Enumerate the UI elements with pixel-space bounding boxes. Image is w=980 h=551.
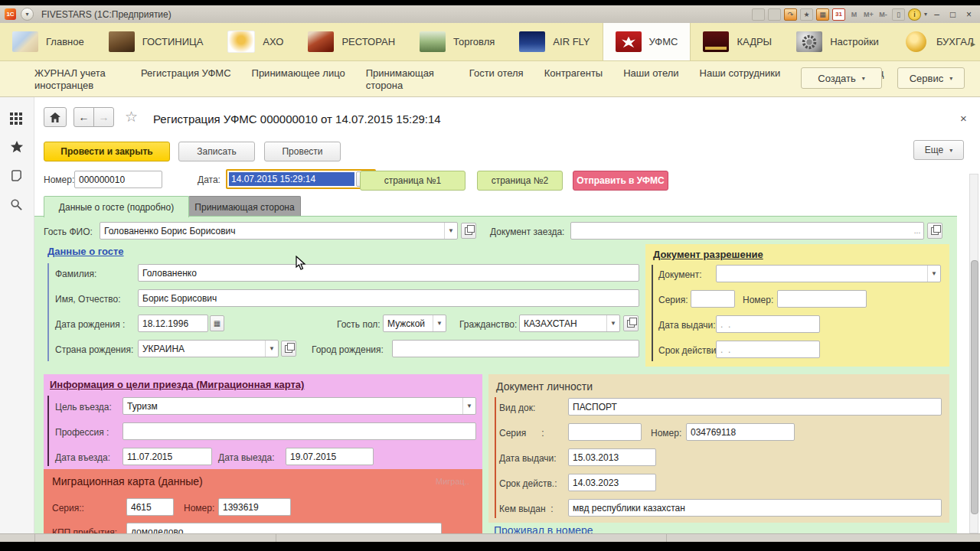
permit-doc-field[interactable]: ▼ <box>716 265 941 282</box>
identity-number-field[interactable] <box>686 423 795 441</box>
entry-date-field[interactable] <box>122 448 212 465</box>
info-dropdown-arrow[interactable]: ▾ <box>924 11 927 18</box>
back-button[interactable]: ← <box>74 107 94 127</box>
migration-card-link[interactable]: Миграц.. <box>436 477 469 486</box>
system-menu-button[interactable]: ▾ <box>21 8 34 21</box>
minimize-button[interactable]: – <box>930 9 943 20</box>
gender-field[interactable]: ▼ <box>383 315 446 332</box>
search-icon[interactable] <box>10 198 23 214</box>
vertical-scrollbar[interactable] <box>969 174 978 533</box>
send-to-ufms-button[interactable]: Отправить в УФМС <box>573 171 668 191</box>
tab-nastroyki[interactable]: Настройки <box>784 23 891 60</box>
guest-fio-dropdown-arrow[interactable]: ▼ <box>444 223 457 239</box>
doc-type-field[interactable] <box>568 398 942 416</box>
memory-m-button[interactable]: M <box>848 9 860 20</box>
identity-series-field[interactable] <box>568 423 642 441</box>
permit-valid-field[interactable] <box>716 341 820 358</box>
birth-date-field[interactable] <box>138 315 208 332</box>
kpp-field[interactable] <box>126 523 442 533</box>
post-button[interactable]: Провести <box>264 142 341 161</box>
arrival-doc-field[interactable]: ... <box>570 222 924 240</box>
birth-date-calendar-icon[interactable]: ▦ <box>210 315 224 331</box>
apps-grid-icon[interactable] <box>10 112 22 128</box>
birth-country-open-icon[interactable] <box>281 341 296 357</box>
tab-restoran[interactable]: РЕСТОРАН <box>296 23 407 60</box>
page1-button[interactable]: страница №1 <box>360 171 466 191</box>
birth-country-dropdown-arrow[interactable]: ▼ <box>265 341 278 357</box>
surname-field[interactable] <box>138 264 639 282</box>
memory-mminus-button[interactable]: M- <box>877 9 889 20</box>
number-field[interactable] <box>74 171 162 188</box>
tab-ufms[interactable]: УФМС <box>603 23 691 60</box>
tab-axo[interactable]: АХО <box>215 23 296 60</box>
create-button[interactable]: Создать▾ <box>801 67 882 89</box>
guest-fio-field[interactable]: ▼ <box>100 222 458 240</box>
form-more-button[interactable]: Еще▾ <box>913 140 964 160</box>
submenu-item-receiving-party[interactable]: Принимающая сторона <box>366 67 449 96</box>
purpose-dropdown-arrow[interactable]: ▼ <box>462 398 475 414</box>
submenu-item-registration[interactable]: Регистрация УФМС <box>141 67 231 96</box>
identity-valid-field[interactable] <box>568 474 656 491</box>
identity-issue-field[interactable] <box>568 448 656 466</box>
permit-doc-dropdown-arrow[interactable]: ▼ <box>927 266 940 282</box>
tab-guest-details[interactable]: Данные о госте (подробно) <box>44 196 189 217</box>
submenu-item-our-staff[interactable]: Наши сотрудники <box>700 67 781 96</box>
exit-date-field[interactable] <box>286 448 374 465</box>
submenu-item-our-hotels[interactable]: Наши отели <box>623 67 678 96</box>
home-button[interactable] <box>44 107 67 127</box>
tab-receiving-party[interactable]: Принимающая сторона <box>188 196 301 217</box>
tab-torgovlya[interactable]: Торговля <box>407 23 507 60</box>
tab-kadry[interactable]: КАДРЫ <box>691 23 784 60</box>
migcard-series-field[interactable] <box>126 498 174 516</box>
calendar-icon[interactable]: ▦ <box>816 8 829 21</box>
room-link[interactable]: Проживал в номере <box>494 524 593 533</box>
bookmark-icon[interactable]: ★ <box>800 8 813 21</box>
purpose-field[interactable]: ▼ <box>122 397 476 415</box>
date-field[interactable]: 14.07.2015 15:29:14 ▦ <box>226 169 376 189</box>
tab-buhgalteria[interactable]: БУХГАЛ <box>891 23 980 60</box>
maximize-button[interactable]: □ <box>946 9 959 20</box>
form-close-icon[interactable]: × <box>960 112 967 125</box>
citizenship-dropdown-arrow[interactable]: ▼ <box>606 315 619 331</box>
permit-series-field[interactable] <box>691 290 735 308</box>
preview-icon[interactable] <box>768 8 781 21</box>
favorites-star-icon[interactable] <box>10 140 24 157</box>
issuer-field[interactable] <box>568 499 942 517</box>
forward-button[interactable]: → <box>93 107 114 127</box>
guest-section-heading[interactable]: Данные о госте <box>47 246 124 257</box>
arrival-doc-open-icon[interactable] <box>927 223 942 239</box>
profession-field[interactable] <box>122 422 476 440</box>
purpose-section-heading[interactable]: Информация о цели приезда (Миграционная … <box>50 379 304 390</box>
submenu-item-receiving-person[interactable]: Принимающее лицо <box>252 67 345 96</box>
page2-button[interactable]: страница №2 <box>477 171 563 191</box>
submenu-item-contractors[interactable]: Контрагенты <box>544 67 603 96</box>
close-button[interactable]: × <box>962 9 975 20</box>
print-icon[interactable] <box>752 8 765 21</box>
calculator-icon[interactable]: 31 <box>832 8 845 21</box>
guest-fio-open-icon[interactable] <box>461 223 476 239</box>
window-split-icon[interactable]: ▯ <box>892 8 905 21</box>
arrival-doc-ellipsis-button[interactable]: ... <box>911 223 923 239</box>
tab-airfly[interactable]: AIR FLY <box>507 23 602 60</box>
gender-dropdown-arrow[interactable]: ▼ <box>433 315 446 331</box>
birth-city-field[interactable] <box>392 340 639 357</box>
favorite-star-toggle[interactable]: ☆ <box>125 108 138 126</box>
permit-number-field[interactable] <box>777 290 867 308</box>
migcard-number-field[interactable] <box>218 498 291 516</box>
link-icon[interactable]: ↷ <box>784 8 797 21</box>
permit-issue-field[interactable] <box>716 315 820 333</box>
save-button[interactable]: Записать <box>178 142 255 161</box>
name-field[interactable] <box>138 289 639 307</box>
permit-section-heading[interactable]: Документ разрешение <box>653 249 763 260</box>
scrollbar-thumb[interactable] <box>971 260 978 514</box>
memory-mplus-button[interactable]: M+ <box>863 9 874 20</box>
citizenship-field[interactable]: ▼ <box>519 315 620 332</box>
post-and-close-button[interactable]: Провести и закрыть <box>44 142 170 161</box>
submenu-item-hotel-guests[interactable]: Гости отеля <box>469 67 524 96</box>
info-icon[interactable]: i <box>908 8 921 21</box>
ribbon-overflow-arrow[interactable]: ► <box>969 40 977 48</box>
tab-glavnoe[interactable]: Главное <box>0 23 96 60</box>
tab-gostinica[interactable]: ГОСТИНИЦА <box>96 23 216 60</box>
submenu-item-journal[interactable]: ЖУРНАЛ учета иностранцев <box>34 67 120 96</box>
history-icon[interactable] <box>10 169 23 185</box>
